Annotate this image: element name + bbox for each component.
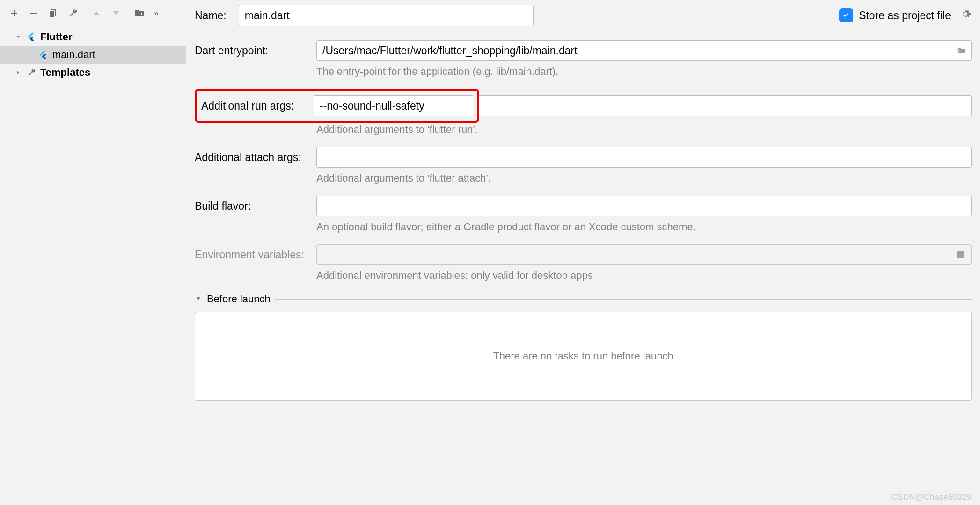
entrypoint-field-wrapper <box>316 40 972 61</box>
store-gear-button[interactable] <box>959 8 972 23</box>
tree-item-templates[interactable]: Templates <box>0 64 186 81</box>
plus-icon <box>8 7 20 19</box>
build-flavor-label: Build flavor: <box>195 200 307 212</box>
tree-item-flutter[interactable]: Flutter <box>0 28 186 46</box>
add-button[interactable] <box>6 5 22 22</box>
build-flavor-hint: An optional build flavor; either a Gradl… <box>316 221 972 233</box>
attach-args-input[interactable] <box>316 147 972 168</box>
env-hint: Additional environment variables; only v… <box>316 270 972 282</box>
env-input <box>316 244 972 265</box>
chevron-right-icon <box>14 69 22 76</box>
run-args-highlight: Additional run args: <box>195 89 479 123</box>
tree-item-main-dart[interactable]: main.dart <box>0 46 186 64</box>
wrench-icon <box>67 7 79 19</box>
folder-open-icon <box>956 45 966 56</box>
entrypoint-input[interactable] <box>322 44 951 57</box>
entrypoint-label: Dart entrypoint: <box>195 44 307 57</box>
flutter-icon <box>25 31 37 43</box>
watermark: CSDN@Chase50329 <box>892 492 972 502</box>
flutter-icon <box>37 49 50 61</box>
divider <box>275 299 972 300</box>
run-args-input[interactable] <box>314 95 473 116</box>
tree-label: Templates <box>40 66 90 79</box>
run-args-hint: Additional arguments to 'flutter run'. <box>316 124 972 136</box>
sidebar: » Flutter main.dart <box>0 0 186 505</box>
config-tree: Flutter main.dart Templates <box>0 27 186 505</box>
triangle-up-icon <box>91 7 102 19</box>
attach-args-hint: Additional arguments to 'flutter attach'… <box>316 172 972 184</box>
sidebar-toolbar: » <box>0 0 186 27</box>
chevron-double-right-icon: » <box>154 8 159 18</box>
run-args-input-extension[interactable] <box>479 95 972 116</box>
browse-button[interactable] <box>954 44 968 58</box>
name-input[interactable] <box>239 5 534 26</box>
list-icon <box>955 249 965 260</box>
chevron-down-icon <box>14 34 22 40</box>
tree-label: main.dart <box>52 49 95 61</box>
folder-save-button[interactable] <box>131 5 148 22</box>
copy-button[interactable] <box>45 5 62 22</box>
folder-icon <box>134 7 145 19</box>
check-icon <box>841 11 851 20</box>
triangle-down-icon <box>195 293 202 305</box>
edit-button[interactable] <box>65 5 81 22</box>
main-panel: Name: Store as project file Dart entrypo… <box>186 0 980 505</box>
before-launch-header[interactable]: Before launch <box>195 293 972 305</box>
before-launch-tasks: There are no tasks to run before launch <box>195 312 972 401</box>
empty-text: There are no tasks to run before launch <box>493 350 673 362</box>
store-checkbox[interactable] <box>839 8 853 22</box>
env-list-button[interactable] <box>953 248 967 262</box>
attach-args-label: Additional attach args: <box>195 151 307 164</box>
env-label: Environment variables: <box>195 249 307 261</box>
minus-icon <box>28 7 39 19</box>
expand-toolbar-button[interactable]: » <box>151 5 162 22</box>
remove-button[interactable] <box>25 5 42 22</box>
gear-icon <box>959 8 972 20</box>
move-down-button <box>108 5 124 22</box>
store-label: Store as project file <box>859 9 951 22</box>
move-up-button <box>88 5 105 22</box>
triangle-down-icon <box>110 7 122 19</box>
entrypoint-hint: The entry-point for the application (e.g… <box>316 66 972 78</box>
run-args-label: Additional run args: <box>197 100 314 112</box>
wrench-icon <box>25 66 37 79</box>
before-launch-title: Before launch <box>207 293 271 305</box>
tree-label: Flutter <box>40 31 72 43</box>
name-label: Name: <box>195 9 227 22</box>
build-flavor-input[interactable] <box>316 196 972 216</box>
copy-icon <box>48 7 59 19</box>
